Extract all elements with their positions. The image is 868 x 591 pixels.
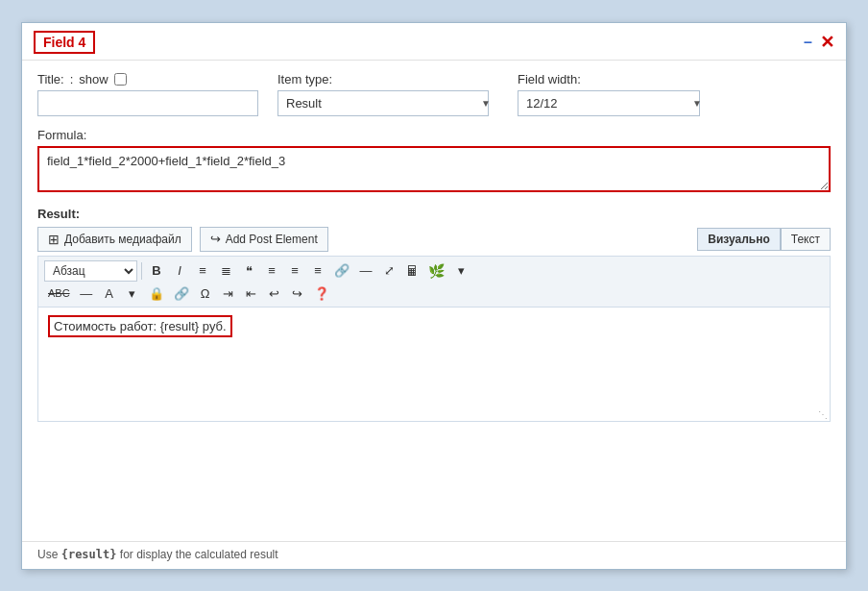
dialog-controls: – ✕ xyxy=(804,34,834,51)
horizontal-rule-button[interactable]: — xyxy=(355,261,376,280)
link-button[interactable]: 🔗 xyxy=(330,261,353,280)
font-color-dropdown[interactable]: ▾ xyxy=(122,284,143,303)
title-label: Title: : show xyxy=(37,72,258,86)
calculator-icon: 🖩 xyxy=(405,263,419,279)
dialog-field4: Field 4 – ✕ Title: : show Результат Item… xyxy=(21,22,847,570)
add-media-icon: ⊞ xyxy=(48,232,60,247)
title-show-checkbox[interactable] xyxy=(114,73,127,86)
tab-text[interactable]: Текст xyxy=(781,228,831,251)
align-right-button[interactable]: ≡ xyxy=(307,261,328,280)
itemtype-group: Item type: Result Text Number Date ▼ xyxy=(277,72,498,116)
itemtype-label: Item type: xyxy=(277,72,498,86)
editor-area[interactable]: Стоимость работ: {result} руб. ⋱ xyxy=(37,307,831,422)
separator-1 xyxy=(141,262,142,280)
result-toolbar-top: ⊞ Добавить медиафайл ↪ Add Post Element … xyxy=(37,227,831,252)
font-color-button[interactable]: A xyxy=(99,284,120,303)
result-label: Result: xyxy=(37,207,831,221)
bold-button[interactable]: B xyxy=(146,261,167,280)
fieldwidth-label: Field width: xyxy=(518,72,710,86)
blockquote-button[interactable]: ❝ xyxy=(238,261,259,280)
resize-handle-icon[interactable]: ⋱ xyxy=(818,409,828,419)
minimize-button[interactable]: – xyxy=(804,35,812,50)
align-left-button[interactable]: ≡ xyxy=(261,261,282,280)
editor-paragraph[interactable]: Стоимость работ: {result} руб. xyxy=(48,315,232,337)
result-code: {result} xyxy=(61,548,117,561)
italic-button[interactable]: I xyxy=(169,261,190,280)
redo-button[interactable]: ↪ xyxy=(287,284,308,303)
close-button[interactable]: ✕ xyxy=(820,34,834,51)
add-post-button[interactable]: ↪ Add Post Element xyxy=(200,227,328,252)
fieldwidth-select-wrapper: 12/12 6/12 4/12 3/12 ▼ xyxy=(518,90,710,116)
emoji-button[interactable]: 🌿 xyxy=(424,261,448,281)
title-group: Title: : show Результат xyxy=(37,72,258,116)
strikethrough-button[interactable]: ABC xyxy=(44,285,74,301)
fullscreen-button[interactable]: ⤢ xyxy=(378,261,399,280)
emoji-dropdown-button[interactable]: ▾ xyxy=(450,261,471,280)
title-input[interactable]: Результат xyxy=(37,90,258,116)
form-row-1: Title: : show Результат Item type: Resul… xyxy=(37,72,831,116)
add-post-icon: ↪ xyxy=(210,232,221,246)
help-button[interactable]: ❓ xyxy=(310,284,333,303)
undo-button[interactable]: ↩ xyxy=(264,284,285,303)
omega-button[interactable]: Ω xyxy=(195,284,216,303)
footer-note: Use {result} for display the calculated … xyxy=(37,548,278,561)
outdent-button[interactable]: ⇤ xyxy=(241,284,262,303)
dialog-header: Field 4 – ✕ xyxy=(22,23,846,61)
calculator-button[interactable]: 🖩 xyxy=(401,261,422,281)
paragraph-select[interactable]: Абзац Заголовок 1 Заголовок 2 xyxy=(44,260,137,282)
tab-visual[interactable]: Визуально xyxy=(697,228,780,251)
dialog-title: Field 4 xyxy=(34,31,95,54)
toolbar-row-1: Абзац Заголовок 1 Заголовок 2 B I ≡ ≣ ❝ … xyxy=(44,260,824,282)
result-section: Result: ⊞ Добавить медиафайл ↪ Add Post … xyxy=(37,207,831,422)
show-label: show xyxy=(79,72,108,86)
formula-textarea[interactable]: field_1*field_2*2000+field_1*field_2*fie… xyxy=(37,146,831,192)
result-buttons: ⊞ Добавить медиафайл ↪ Add Post Element xyxy=(37,227,328,252)
editor-toolbar: Абзац Заголовок 1 Заголовок 2 B I ≡ ≣ ❝ … xyxy=(37,256,831,307)
toolbar-row-2: ABC — A ▾ 🔒 🔗 Ω ⇥ ⇤ ↩ ↪ ❓ xyxy=(44,284,824,303)
itemtype-select-wrapper: Result Text Number Date ▼ xyxy=(277,90,498,116)
editor-content[interactable]: Стоимость работ: {result} руб. xyxy=(38,308,830,413)
ordered-list-button[interactable]: ≣ xyxy=(215,261,236,280)
dialog-footer: Use {result} for display the calculated … xyxy=(22,541,846,569)
formula-label: Formula: xyxy=(37,128,831,142)
itemtype-select[interactable]: Result Text Number Date xyxy=(277,90,489,116)
fieldwidth-select[interactable]: 12/12 6/12 4/12 3/12 xyxy=(518,90,700,116)
indent-button[interactable]: ⇥ xyxy=(218,284,239,303)
hr-button[interactable]: — xyxy=(76,284,97,303)
unordered-list-button[interactable]: ≡ xyxy=(192,261,213,280)
fieldwidth-group: Field width: 12/12 6/12 4/12 3/12 ▼ xyxy=(518,72,710,116)
lock-button[interactable]: 🔒 xyxy=(145,284,168,303)
formula-group: Formula: field_1*field_2*2000+field_1*fi… xyxy=(37,128,831,195)
align-center-button[interactable]: ≡ xyxy=(284,261,305,280)
add-media-button[interactable]: ⊞ Добавить медиафайл xyxy=(37,227,192,252)
unlink-button[interactable]: 🔗 xyxy=(170,284,193,303)
dialog-body: Title: : show Результат Item type: Resul… xyxy=(22,61,846,541)
view-tabs: Визуально Текст xyxy=(697,228,831,251)
